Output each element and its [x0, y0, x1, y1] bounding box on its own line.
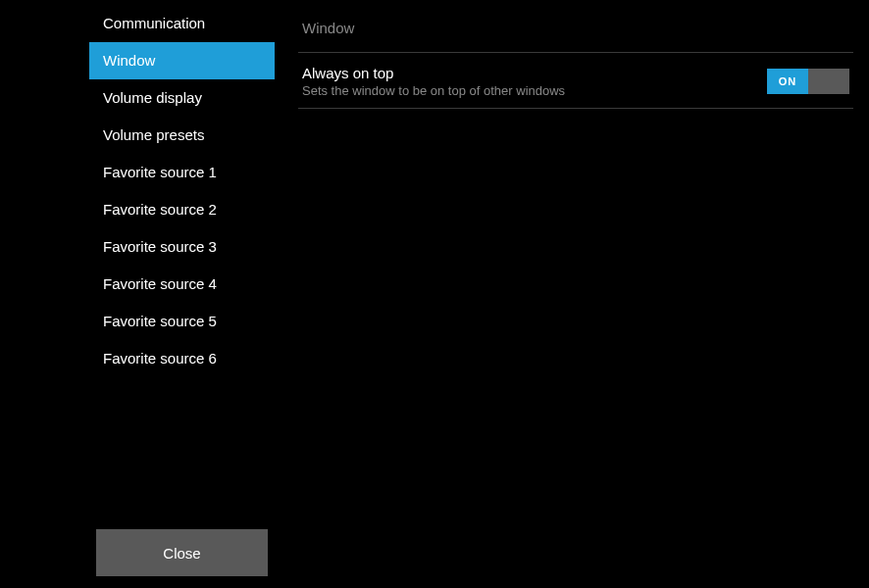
always-on-top-toggle[interactable]: ON — [767, 69, 849, 94]
toggle-label: ON — [779, 75, 797, 87]
main-header-title: Window — [302, 20, 354, 36]
sidebar-item-window[interactable]: Window — [89, 42, 275, 79]
sidebar-item-favorite-source-2[interactable]: Favorite source 2 — [89, 191, 275, 228]
sidebar-item-favorite-source-6[interactable]: Favorite source 6 — [89, 340, 275, 377]
sidebar-item-communication[interactable]: Communication — [89, 5, 275, 42]
setting-text: Always on top Sets the window to be on t… — [302, 65, 767, 98]
close-button-label: Close — [163, 545, 200, 562]
setting-title: Always on top — [302, 65, 767, 81]
main-header: Window — [298, 10, 853, 53]
sidebar-item-favorite-source-4[interactable]: Favorite source 4 — [89, 266, 275, 303]
sidebar-item-label: Favorite source 3 — [103, 238, 217, 255]
sidebar-item-label: Favorite source 1 — [103, 164, 217, 180]
setting-always-on-top: Always on top Sets the window to be on t… — [298, 53, 853, 109]
setting-description: Sets the window to be on top of other wi… — [302, 83, 767, 98]
sidebar-item-volume-presets[interactable]: Volume presets — [89, 117, 275, 154]
sidebar-items: Communication Window Volume display Volu… — [0, 5, 282, 588]
sidebar-item-label: Volume presets — [103, 126, 204, 143]
sidebar: Communication Window Volume display Volu… — [0, 0, 282, 588]
main-panel: Window Always on top Sets the window to … — [282, 0, 869, 588]
close-button[interactable]: Close — [96, 529, 268, 576]
sidebar-item-label: Favorite source 2 — [103, 201, 217, 218]
sidebar-item-label: Favorite source 5 — [103, 313, 217, 329]
sidebar-item-volume-display[interactable]: Volume display — [89, 79, 275, 117]
sidebar-item-label: Communication — [103, 15, 205, 31]
sidebar-item-label: Favorite source 6 — [103, 350, 217, 367]
sidebar-item-favorite-source-5[interactable]: Favorite source 5 — [89, 303, 275, 340]
sidebar-item-label: Window — [103, 52, 155, 69]
toggle-on-indicator: ON — [767, 69, 808, 94]
sidebar-item-favorite-source-3[interactable]: Favorite source 3 — [89, 228, 275, 266]
sidebar-item-label: Favorite source 4 — [103, 275, 217, 292]
sidebar-item-favorite-source-1[interactable]: Favorite source 1 — [89, 154, 275, 191]
sidebar-item-label: Volume display — [103, 89, 202, 106]
